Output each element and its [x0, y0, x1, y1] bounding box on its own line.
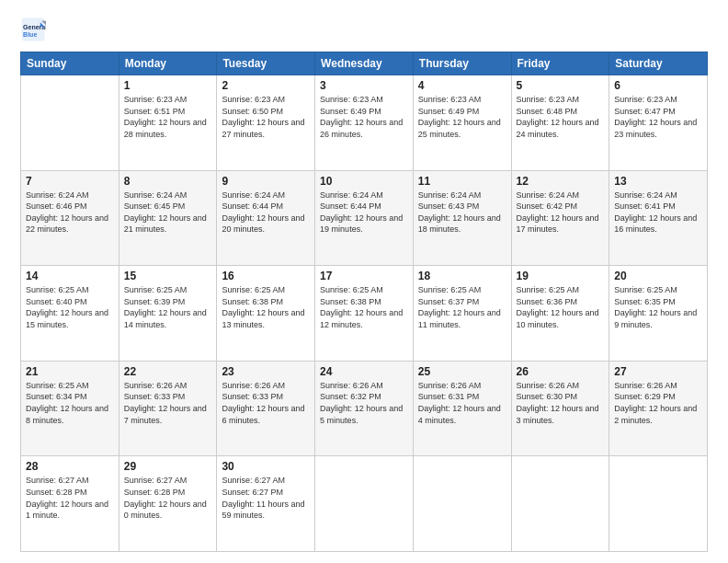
col-friday: Friday — [511, 52, 609, 75]
calendar-row: 21Sunrise: 6:25 AMSunset: 6:34 PMDayligh… — [21, 361, 708, 456]
day-number: 3 — [320, 79, 408, 92]
page-header: General Blue — [20, 17, 708, 42]
calendar-cell: 22Sunrise: 6:26 AMSunset: 6:33 PMDayligh… — [119, 361, 217, 456]
calendar-cell: 30Sunrise: 6:27 AMSunset: 6:27 PMDayligh… — [217, 456, 315, 552]
calendar-cell: 4Sunrise: 6:23 AMSunset: 6:49 PMDaylight… — [413, 75, 511, 171]
col-sunday: Sunday — [21, 52, 119, 75]
day-number: 16 — [222, 270, 310, 282]
day-number: 17 — [320, 270, 408, 282]
calendar-cell: 10Sunrise: 6:24 AMSunset: 6:44 PMDayligh… — [315, 170, 414, 266]
day-number: 18 — [418, 270, 506, 282]
day-number: 14 — [26, 270, 114, 282]
day-number: 29 — [124, 460, 212, 473]
cell-info: Sunrise: 6:24 AMSunset: 6:45 PMDaylight:… — [124, 190, 212, 236]
cell-info: Sunrise: 6:27 AMSunset: 6:28 PMDaylight:… — [26, 475, 114, 521]
svg-text:Blue: Blue — [23, 31, 37, 38]
cell-info: Sunrise: 6:26 AMSunset: 6:29 PMDaylight:… — [614, 380, 702, 426]
calendar-cell: 9Sunrise: 6:24 AMSunset: 6:44 PMDaylight… — [217, 170, 315, 266]
cell-info: Sunrise: 6:23 AMSunset: 6:47 PMDaylight:… — [614, 94, 702, 140]
col-saturday: Saturday — [609, 52, 708, 75]
calendar-cell: 11Sunrise: 6:24 AMSunset: 6:43 PMDayligh… — [413, 170, 511, 266]
calendar-cell: 29Sunrise: 6:27 AMSunset: 6:28 PMDayligh… — [119, 456, 217, 552]
calendar-cell: 1Sunrise: 6:23 AMSunset: 6:51 PMDaylight… — [119, 75, 217, 171]
cell-info: Sunrise: 6:26 AMSunset: 6:30 PMDaylight:… — [517, 380, 605, 426]
calendar-cell: 27Sunrise: 6:26 AMSunset: 6:29 PMDayligh… — [609, 361, 708, 456]
cell-info: Sunrise: 6:24 AMSunset: 6:44 PMDaylight:… — [222, 190, 310, 236]
day-number: 7 — [26, 175, 114, 188]
day-number: 10 — [320, 175, 408, 188]
cell-info: Sunrise: 6:25 AMSunset: 6:39 PMDaylight:… — [124, 284, 212, 330]
calendar-cell: 8Sunrise: 6:24 AMSunset: 6:45 PMDaylight… — [119, 170, 217, 266]
calendar-cell: 6Sunrise: 6:23 AMSunset: 6:47 PMDaylight… — [609, 75, 708, 171]
cell-info: Sunrise: 6:27 AMSunset: 6:27 PMDaylight:… — [222, 475, 310, 521]
day-number: 15 — [124, 270, 212, 282]
cell-info: Sunrise: 6:25 AMSunset: 6:38 PMDaylight:… — [222, 284, 310, 330]
cell-info: Sunrise: 6:23 AMSunset: 6:51 PMDaylight:… — [124, 94, 212, 140]
col-monday: Monday — [119, 52, 217, 75]
calendar-cell: 12Sunrise: 6:24 AMSunset: 6:42 PMDayligh… — [511, 170, 609, 266]
calendar-header-row: Sunday Monday Tuesday Wednesday Thursday… — [21, 52, 708, 75]
cell-info: Sunrise: 6:26 AMSunset: 6:33 PMDaylight:… — [124, 380, 212, 426]
cell-info: Sunrise: 6:24 AMSunset: 6:44 PMDaylight:… — [320, 190, 408, 236]
calendar-cell — [315, 456, 414, 552]
day-number: 27 — [614, 365, 702, 378]
day-number: 20 — [614, 270, 702, 282]
cell-info: Sunrise: 6:25 AMSunset: 6:38 PMDaylight:… — [320, 284, 408, 330]
calendar-cell — [413, 456, 511, 552]
cell-info: Sunrise: 6:27 AMSunset: 6:28 PMDaylight:… — [124, 475, 212, 521]
calendar-cell: 21Sunrise: 6:25 AMSunset: 6:34 PMDayligh… — [21, 361, 119, 456]
cell-info: Sunrise: 6:25 AMSunset: 6:34 PMDaylight:… — [26, 380, 114, 426]
day-number: 9 — [222, 175, 310, 188]
cell-info: Sunrise: 6:24 AMSunset: 6:42 PMDaylight:… — [517, 190, 605, 236]
cell-info: Sunrise: 6:23 AMSunset: 6:49 PMDaylight:… — [418, 94, 506, 140]
day-number: 4 — [418, 79, 506, 92]
cell-info: Sunrise: 6:26 AMSunset: 6:31 PMDaylight:… — [418, 380, 506, 426]
cell-info: Sunrise: 6:24 AMSunset: 6:43 PMDaylight:… — [418, 190, 506, 236]
day-number: 24 — [320, 365, 408, 378]
cell-info: Sunrise: 6:25 AMSunset: 6:37 PMDaylight:… — [418, 284, 506, 330]
calendar-cell — [511, 456, 609, 552]
calendar-cell: 19Sunrise: 6:25 AMSunset: 6:36 PMDayligh… — [511, 266, 609, 362]
cell-info: Sunrise: 6:24 AMSunset: 6:41 PMDaylight:… — [614, 190, 702, 236]
cell-info: Sunrise: 6:25 AMSunset: 6:35 PMDaylight:… — [614, 284, 702, 330]
day-number: 28 — [26, 460, 114, 473]
day-number: 1 — [124, 79, 212, 92]
calendar-cell: 28Sunrise: 6:27 AMSunset: 6:28 PMDayligh… — [21, 456, 119, 552]
day-number: 30 — [222, 460, 310, 473]
calendar-cell: 18Sunrise: 6:25 AMSunset: 6:37 PMDayligh… — [413, 266, 511, 362]
day-number: 8 — [124, 175, 212, 188]
calendar-cell — [609, 456, 708, 552]
day-number: 11 — [418, 175, 506, 188]
calendar-cell: 5Sunrise: 6:23 AMSunset: 6:48 PMDaylight… — [511, 75, 609, 171]
day-number: 13 — [614, 175, 702, 188]
calendar-cell: 16Sunrise: 6:25 AMSunset: 6:38 PMDayligh… — [217, 266, 315, 362]
calendar-cell: 23Sunrise: 6:26 AMSunset: 6:33 PMDayligh… — [217, 361, 315, 456]
calendar-cell: 3Sunrise: 6:23 AMSunset: 6:49 PMDaylight… — [315, 75, 414, 171]
col-wednesday: Wednesday — [315, 52, 414, 75]
calendar-cell: 17Sunrise: 6:25 AMSunset: 6:38 PMDayligh… — [315, 266, 414, 362]
cell-info: Sunrise: 6:26 AMSunset: 6:33 PMDaylight:… — [222, 380, 310, 426]
calendar-cell: 14Sunrise: 6:25 AMSunset: 6:40 PMDayligh… — [21, 266, 119, 362]
day-number: 2 — [222, 79, 310, 92]
calendar-row: 28Sunrise: 6:27 AMSunset: 6:28 PMDayligh… — [21, 456, 708, 552]
calendar-cell — [21, 75, 119, 171]
day-number: 23 — [222, 365, 310, 378]
day-number: 22 — [124, 365, 212, 378]
cell-info: Sunrise: 6:23 AMSunset: 6:48 PMDaylight:… — [517, 94, 605, 140]
cell-info: Sunrise: 6:25 AMSunset: 6:40 PMDaylight:… — [26, 284, 114, 330]
day-number: 12 — [517, 175, 605, 188]
day-number: 25 — [418, 365, 506, 378]
calendar-cell: 7Sunrise: 6:24 AMSunset: 6:46 PMDaylight… — [21, 170, 119, 266]
day-number: 21 — [26, 365, 114, 378]
cell-info: Sunrise: 6:23 AMSunset: 6:50 PMDaylight:… — [222, 94, 310, 140]
calendar-row: 7Sunrise: 6:24 AMSunset: 6:46 PMDaylight… — [21, 170, 708, 266]
logo: General Blue — [20, 17, 50, 42]
calendar-cell: 2Sunrise: 6:23 AMSunset: 6:50 PMDaylight… — [217, 75, 315, 171]
cell-info: Sunrise: 6:26 AMSunset: 6:32 PMDaylight:… — [320, 380, 408, 426]
logo-icon: General Blue — [20, 17, 46, 42]
calendar-cell: 20Sunrise: 6:25 AMSunset: 6:35 PMDayligh… — [609, 266, 708, 362]
calendar-row: 1Sunrise: 6:23 AMSunset: 6:51 PMDaylight… — [21, 75, 708, 171]
cell-info: Sunrise: 6:25 AMSunset: 6:36 PMDaylight:… — [517, 284, 605, 330]
cell-info: Sunrise: 6:23 AMSunset: 6:49 PMDaylight:… — [320, 94, 408, 140]
day-number: 6 — [614, 79, 702, 92]
